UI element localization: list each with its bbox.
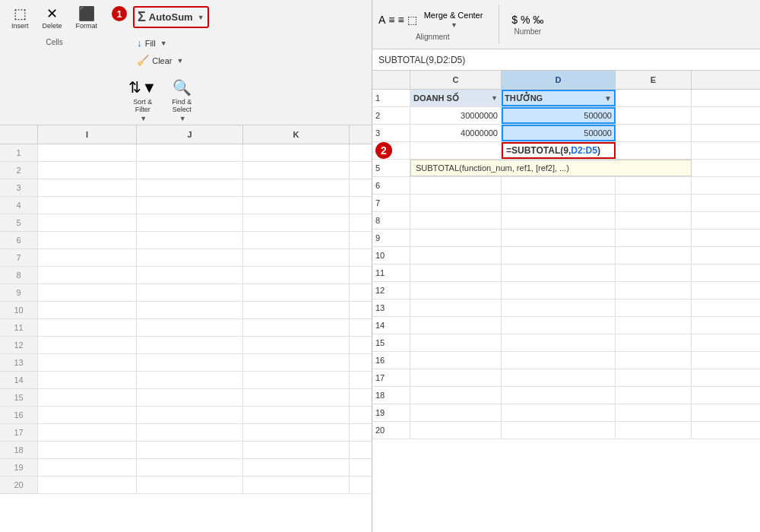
right-cell-C-15[interactable] xyxy=(410,334,502,351)
delete-button[interactable]: ✕ Delete xyxy=(37,3,68,33)
sort-filter-button[interactable]: ⇅▼ Sort &Filter ▼ xyxy=(124,75,161,125)
left-cell-I-5[interactable] xyxy=(38,214,137,231)
right-cell-C-11[interactable] xyxy=(410,264,502,281)
left-cell-K-15[interactable] xyxy=(243,389,350,406)
left-cell-K-18[interactable] xyxy=(243,442,350,458)
left-cell-K-7[interactable] xyxy=(243,249,350,266)
left-cell-J-14[interactable] xyxy=(137,372,243,388)
left-cell-I-18[interactable] xyxy=(38,442,137,458)
left-cell-I-3[interactable] xyxy=(38,179,137,196)
left-cell-J-19[interactable] xyxy=(137,459,243,476)
left-cell-I-6[interactable] xyxy=(38,232,137,249)
left-cell-I-14[interactable] xyxy=(38,372,137,388)
right-cell-E-20[interactable] xyxy=(616,422,692,439)
left-cell-J-12[interactable] xyxy=(137,337,243,353)
left-cell-K-16[interactable] xyxy=(243,407,350,423)
right-cell-E-17[interactable] xyxy=(616,369,692,386)
right-cell-D-7[interactable] xyxy=(502,195,616,211)
left-cell-J-4[interactable] xyxy=(137,197,243,214)
left-cell-I-15[interactable] xyxy=(38,389,137,406)
right-cell-C-19[interactable] xyxy=(410,404,502,421)
left-cell-I-11[interactable] xyxy=(38,319,137,336)
left-cell-J-6[interactable] xyxy=(137,232,243,249)
right-cell-E-7[interactable] xyxy=(616,195,692,211)
right-cell-D-12[interactable] xyxy=(502,282,616,299)
left-cell-K-12[interactable] xyxy=(243,337,350,353)
right-cell-C-18[interactable] xyxy=(410,387,502,404)
clear-button[interactable]: 🧹 Clear ▼ xyxy=(134,53,186,68)
right-cell-E-10[interactable] xyxy=(616,247,692,264)
left-cell-K-9[interactable] xyxy=(243,284,350,301)
right-cell-C-6[interactable] xyxy=(410,177,502,194)
right-cell-C-14[interactable] xyxy=(410,317,502,334)
right-cell-E-11[interactable] xyxy=(616,264,692,281)
left-cell-I-1[interactable] xyxy=(38,144,137,161)
right-cell-D-13[interactable] xyxy=(502,299,616,316)
left-cell-J-7[interactable] xyxy=(137,249,243,266)
right-cell-D-18[interactable] xyxy=(502,387,616,404)
formula-D[interactable]: =SUBTOTAL(9,D2:D5) xyxy=(502,142,616,159)
insert-button[interactable]: ⬚ Insert xyxy=(6,3,34,33)
left-cell-K-2[interactable] xyxy=(243,162,350,179)
right-cell-D-17[interactable] xyxy=(502,369,616,386)
left-cell-J-16[interactable] xyxy=(137,407,243,423)
left-cell-J-2[interactable] xyxy=(137,162,243,179)
left-cell-J-8[interactable] xyxy=(137,267,243,283)
left-cell-K-20[interactable] xyxy=(243,477,350,493)
left-cell-I-20[interactable] xyxy=(38,477,137,493)
left-cell-K-19[interactable] xyxy=(243,459,350,476)
left-cell-K-10[interactable] xyxy=(243,302,350,318)
right-cell-C-20[interactable] xyxy=(410,422,502,439)
right-cell-C-12[interactable] xyxy=(410,282,502,299)
left-cell-J-9[interactable] xyxy=(137,284,243,301)
right-cell-D-20[interactable] xyxy=(502,422,616,439)
right-cell-E-8[interactable] xyxy=(616,212,692,229)
left-cell-I-13[interactable] xyxy=(38,354,137,371)
left-cell-K-1[interactable] xyxy=(243,144,350,161)
right-cell-E-16[interactable] xyxy=(616,352,692,369)
left-cell-K-3[interactable] xyxy=(243,179,350,196)
left-cell-K-5[interactable] xyxy=(243,214,350,231)
left-cell-J-3[interactable] xyxy=(137,179,243,196)
left-cell-I-2[interactable] xyxy=(38,162,137,179)
right-cell-D-11[interactable] xyxy=(502,264,616,281)
right-cell-E-13[interactable] xyxy=(616,299,692,316)
left-cell-K-11[interactable] xyxy=(243,319,350,336)
right-cell-E-14[interactable] xyxy=(616,317,692,334)
right-cell-E-15[interactable] xyxy=(616,334,692,351)
left-cell-J-5[interactable] xyxy=(137,214,243,231)
left-cell-I-17[interactable] xyxy=(38,424,137,441)
right-cell-D-14[interactable] xyxy=(502,317,616,334)
right-cell-D-10[interactable] xyxy=(502,247,616,264)
right-cell-C-10[interactable] xyxy=(410,247,502,264)
right-cell-C-9[interactable] xyxy=(410,230,502,246)
right-cell-D-15[interactable] xyxy=(502,334,616,351)
right-cell-D-8[interactable] xyxy=(502,212,616,229)
left-cell-I-10[interactable] xyxy=(38,302,137,318)
format-button[interactable]: ⬛ Format xyxy=(71,3,103,33)
left-cell-I-12[interactable] xyxy=(38,337,137,353)
left-cell-I-9[interactable] xyxy=(38,284,137,301)
left-cell-K-14[interactable] xyxy=(243,372,350,388)
left-cell-J-20[interactable] xyxy=(137,477,243,493)
fill-button[interactable]: ↓ Fill ▼ xyxy=(134,36,186,50)
right-cell-C-17[interactable] xyxy=(410,369,502,386)
right-cell-C-13[interactable] xyxy=(410,299,502,316)
right-cell-D-9[interactable] xyxy=(502,230,616,246)
autosum-button[interactable]: Σ AutoSum ▼ xyxy=(138,9,204,25)
right-cell-D-16[interactable] xyxy=(502,352,616,369)
left-cell-J-17[interactable] xyxy=(137,424,243,441)
left-cell-I-8[interactable] xyxy=(38,267,137,283)
find-select-button[interactable]: 🔍 Find &Select ▼ xyxy=(167,75,196,125)
left-cell-I-19[interactable] xyxy=(38,459,137,476)
right-cell-E-19[interactable] xyxy=(616,404,692,421)
left-cell-J-13[interactable] xyxy=(137,354,243,371)
right-cell-C-8[interactable] xyxy=(410,212,502,229)
right-cell-E-6[interactable] xyxy=(616,177,692,194)
left-cell-I-16[interactable] xyxy=(38,407,137,423)
left-cell-K-17[interactable] xyxy=(243,424,350,441)
right-cell-D-6[interactable] xyxy=(502,177,616,194)
right-cell-D-19[interactable] xyxy=(502,404,616,421)
left-cell-K-6[interactable] xyxy=(243,232,350,249)
right-cell-C-16[interactable] xyxy=(410,352,502,369)
